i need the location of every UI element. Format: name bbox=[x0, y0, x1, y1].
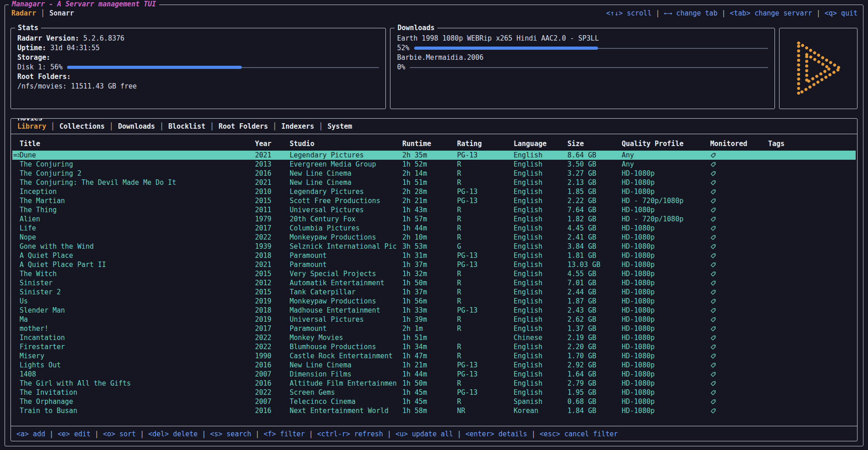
table-row[interactable]: Firestarter2022Blumhouse Productions1h 3… bbox=[12, 342, 856, 351]
cell-quality-profile: HD-1080p bbox=[622, 206, 710, 214]
cell-rating: PG-13 bbox=[457, 261, 514, 269]
cell-size: 13.03 GB bbox=[567, 261, 622, 269]
monitored-tag-icon bbox=[710, 235, 716, 241]
cell-size: 1.81 GB bbox=[567, 251, 622, 260]
table-row[interactable]: Alien197920th Century Fox1h 57mREnglish1… bbox=[12, 215, 856, 224]
servarr-tab-sonarr[interactable]: Sonarr bbox=[49, 9, 74, 17]
cell-studio: Universal Pictures bbox=[290, 206, 402, 214]
table-row[interactable]: The Thing2011Universal Pictures1h 43mREn… bbox=[12, 205, 856, 215]
cell-monitored bbox=[710, 215, 768, 223]
cell-title: The Girl with All the Gifts bbox=[20, 379, 255, 387]
table-row[interactable]: Nope2022Monkeypaw Productions2h 10mREngl… bbox=[12, 233, 856, 242]
column-header-year: Year bbox=[255, 140, 290, 148]
table-row[interactable]: The Invitation2022Screen Gems1h 45mPG-13… bbox=[12, 388, 856, 397]
keybind-key: <s> bbox=[210, 430, 222, 438]
table-row[interactable]: The Girl with All the Gifts2016Altitude … bbox=[12, 379, 856, 388]
table-row[interactable]: Incantation2022Monkey Movies1h 51mChines… bbox=[12, 333, 856, 342]
cell-quality-profile: HD-1080p bbox=[622, 352, 710, 360]
cell-studio: Legendary Pictures bbox=[290, 188, 402, 196]
cell-language: English bbox=[514, 370, 567, 378]
column-header-size: Size bbox=[567, 140, 622, 148]
table-row[interactable]: The Witch2015Very Special Projects1h 32m… bbox=[12, 269, 856, 278]
cell-rating: R bbox=[457, 297, 514, 305]
table-row[interactable]: =>Dune2021Legendary Pictures2h 35mPG-13E… bbox=[12, 151, 856, 160]
cell-year: 2016 bbox=[255, 379, 290, 387]
table-row[interactable]: The Conjuring2013Evergreen Media Group1h… bbox=[12, 160, 856, 169]
cell-language: Korean bbox=[514, 407, 567, 415]
cell-language: English bbox=[514, 388, 567, 397]
cell-runtime: 1h 31m bbox=[402, 251, 457, 260]
keybind-key: <↑↓> bbox=[606, 9, 623, 17]
tab-collections[interactable]: Collections bbox=[59, 122, 104, 131]
servarr-tab-radarr[interactable]: Radarr bbox=[11, 9, 36, 17]
cell-rating: R bbox=[457, 324, 514, 333]
table-row[interactable]: Life2017Columbia Pictures1h 44mREnglish4… bbox=[12, 224, 856, 233]
table-row[interactable]: The Orphanage2007Telecinco Cinema1h 45mR… bbox=[12, 397, 856, 406]
download-name: Earth 1998 1080p WEBRip x265 Hindi AAC2.… bbox=[397, 34, 768, 43]
cell-quality-profile: HD - 720p/1080p bbox=[622, 215, 710, 223]
table-row[interactable]: Gone with the Wind1939Selznick Internati… bbox=[12, 242, 856, 251]
cell-monitored bbox=[710, 297, 768, 305]
cell-runtime: 1h 44m bbox=[402, 224, 457, 232]
cell-runtime: 2h 21m bbox=[402, 197, 457, 205]
movies-table-body[interactable]: =>Dune2021Legendary Pictures2h 35mPG-13E… bbox=[12, 151, 856, 415]
table-row[interactable]: A Quiet Place Part II2021Paramount1h 37m… bbox=[12, 260, 856, 269]
table-row[interactable]: Sinister2012Automatik Entertainment1h 50… bbox=[12, 278, 856, 288]
cell-title: Life bbox=[20, 224, 255, 232]
disk-usage-label: Disk 1: 56% bbox=[17, 63, 62, 72]
cell-title: The Orphanage bbox=[20, 398, 255, 406]
keybind-separator: | bbox=[717, 9, 730, 17]
tab-library[interactable]: Library bbox=[17, 122, 46, 131]
table-row[interactable]: Slender Man2018Madhouse Entertainment1h … bbox=[12, 306, 856, 315]
cell-rating: PG-13 bbox=[457, 197, 514, 205]
table-row[interactable]: The Conjuring: The Devil Made Me Do It20… bbox=[12, 178, 856, 187]
cell-title: Ma bbox=[20, 315, 255, 324]
cell-size: 1.87 GB bbox=[567, 297, 622, 305]
table-row[interactable]: Inception2010Legendary Pictures2h 28mPG-… bbox=[12, 187, 856, 196]
table-row[interactable]: 14082007Dimension Films1h 44mPG-13Englis… bbox=[12, 370, 856, 379]
download-progress-bar bbox=[414, 47, 768, 50]
monitored-tag-icon bbox=[710, 353, 716, 359]
cell-quality-profile: HD-1080p bbox=[622, 306, 710, 314]
table-row[interactable]: Ma2019Universal Pictures1h 39mREnglish2.… bbox=[12, 315, 856, 324]
cell-quality-profile: HD-1080p bbox=[622, 261, 710, 269]
cell-size: 3.50 GB bbox=[567, 160, 622, 168]
cell-monitored bbox=[710, 151, 768, 159]
cell-rating: R bbox=[457, 224, 514, 232]
cell-quality-profile: HD-1080p bbox=[622, 398, 710, 406]
cell-rating: R bbox=[457, 315, 514, 324]
keybind-separator: | bbox=[651, 9, 664, 17]
cell-rating: R bbox=[457, 160, 514, 168]
table-row[interactable]: The Martian2015Scott Free Productions2h … bbox=[12, 196, 856, 205]
table-row[interactable]: Us2019Monkeypaw Productions1h 56mREnglis… bbox=[12, 297, 856, 306]
table-row[interactable]: A Quiet Place2018Paramount1h 31mPG-13Eng… bbox=[12, 251, 856, 260]
monitored-tag-icon bbox=[710, 381, 716, 387]
table-row[interactable]: Sinister 22015Tank Caterpillar1h 37mREng… bbox=[12, 288, 856, 297]
table-row[interactable]: mother!2017Paramount2h 1mREnglish1.37 GB… bbox=[12, 324, 856, 333]
cell-studio: Paramount bbox=[290, 251, 402, 260]
cell-title: Lights Out bbox=[20, 361, 255, 369]
cell-runtime: 1h 45m bbox=[402, 388, 457, 397]
row-selector-indicator: => bbox=[12, 151, 20, 159]
cell-studio: Telecinco Cinema bbox=[290, 398, 402, 406]
cell-size: 4.55 GB bbox=[567, 270, 622, 278]
cell-monitored bbox=[710, 160, 768, 168]
cell-language: English bbox=[514, 206, 567, 214]
tab-root-folders[interactable]: Root Folders bbox=[218, 122, 268, 131]
tab-blocklist[interactable]: Blocklist bbox=[168, 122, 205, 131]
table-row[interactable]: Train to Busan2016Next Entertainment Wor… bbox=[12, 406, 856, 415]
monitored-tag-icon bbox=[710, 280, 716, 286]
table-row[interactable]: The Conjuring 22016New Line Cinema2h 14m… bbox=[12, 169, 856, 178]
table-row[interactable]: Lights Out2016New Line Cinema1h 21mPG-13… bbox=[12, 361, 856, 370]
movies-panel: Movies Library│Collections│Downloads│Blo… bbox=[10, 118, 858, 441]
cell-year: 1979 bbox=[255, 215, 290, 223]
tab-system[interactable]: System bbox=[327, 122, 352, 131]
cell-rating: PG-13 bbox=[457, 188, 514, 196]
cell-year: 1990 bbox=[255, 352, 290, 360]
tab-downloads[interactable]: Downloads bbox=[118, 122, 155, 131]
cell-studio: Tank Caterpillar bbox=[290, 288, 402, 296]
tab-indexers[interactable]: Indexers bbox=[281, 122, 314, 131]
cell-year: 2016 bbox=[255, 407, 290, 415]
cell-rating: PG-13 bbox=[457, 370, 514, 378]
table-row[interactable]: Misery1990Castle Rock Entertainment1h 47… bbox=[12, 351, 856, 361]
